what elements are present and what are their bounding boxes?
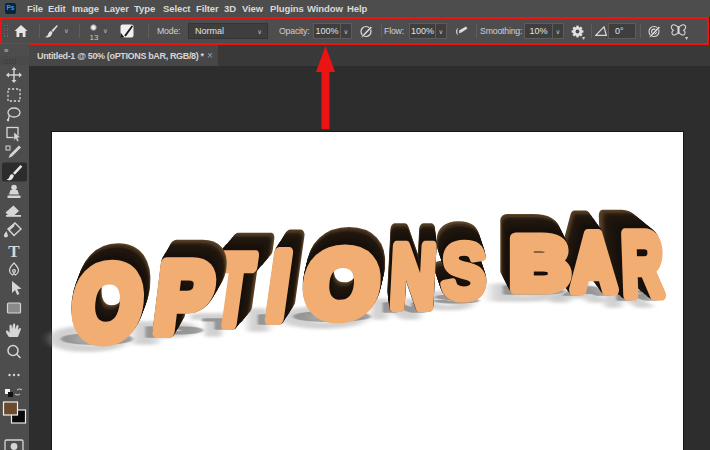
svg-text:»: » [4,46,9,55]
svg-text:R: R [620,214,664,313]
svg-text:A: A [570,217,616,307]
svg-text:O: O [67,244,148,360]
svg-text:T: T [8,242,20,261]
svg-text:S: S [441,228,486,314]
svg-text:B: B [511,222,570,303]
svg-text:O: O [301,232,382,336]
svg-text:N: N [388,226,438,325]
